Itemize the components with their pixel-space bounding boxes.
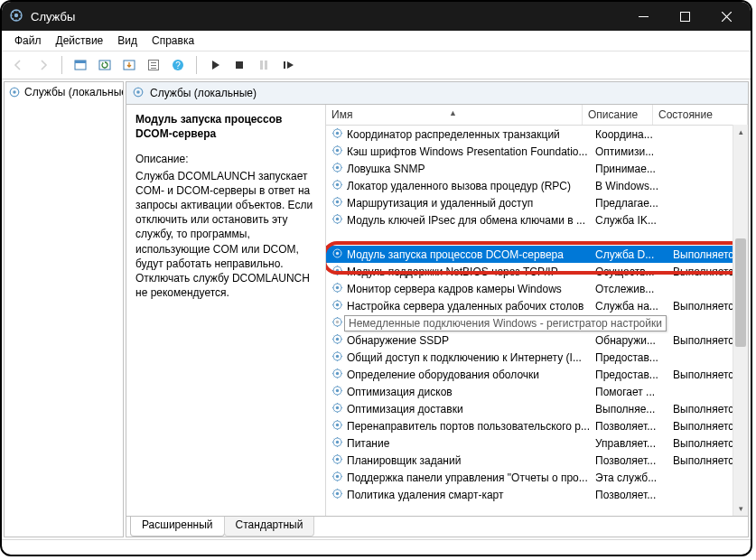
service-list-icon: [331, 282, 343, 296]
service-list-icon: [331, 333, 343, 348]
service-row[interactable]: Координатор распределенных транзакцийКоо…: [326, 126, 748, 143]
detail-service-name: Модуль запуска процессов DCOM-сервера: [135, 112, 316, 141]
forward-button[interactable]: [32, 53, 55, 77]
service-row[interactable]: Оптимизация доставкиВыполняе...Выполняет…: [326, 400, 748, 417]
service-row[interactable]: Настройка сервера удаленных рабочих стол…: [326, 297, 748, 314]
sidebar-item-services-local[interactable]: Службы (локальные): [6, 84, 121, 100]
service-desc: Осуществ...: [592, 266, 669, 278]
properties-button[interactable]: [142, 53, 165, 77]
scrollbar-thumb[interactable]: [735, 238, 746, 347]
minimize-button[interactable]: [622, 2, 664, 31]
service-row[interactable]: Маршрутизация и удаленный доступПредлага…: [326, 194, 748, 211]
service-row[interactable]: Планировщик заданийПозволяет...Выполняет…: [326, 452, 748, 469]
service-desc: Служба IK...: [592, 214, 669, 227]
main-panel-title: Службы (локальные): [150, 87, 257, 99]
service-desc: Отслежив...: [592, 283, 669, 295]
service-name: Локатор удаленного вызова процедур (RPC): [347, 180, 571, 192]
service-desc: Обнаружи...: [592, 334, 669, 347]
service-list-icon: [331, 436, 343, 451]
selected-service-row[interactable]: Модуль запуска процессов DCOM-сервера Сл…: [326, 246, 742, 263]
service-name: Модуль ключей IPsec для обмена ключами в…: [347, 214, 585, 227]
service-name: Координатор распределенных транзакций: [347, 128, 560, 141]
pause-service-button[interactable]: [252, 53, 275, 77]
svg-point-35: [336, 268, 339, 271]
svg-point-25: [336, 148, 339, 151]
services-header-icon: [132, 86, 145, 101]
menu-file[interactable]: Файл: [7, 33, 49, 49]
service-row[interactable]: Общий доступ к подключению к Интернету (…: [326, 349, 748, 366]
help-button[interactable]: ?: [166, 53, 190, 77]
service-desc: Оптимизи...: [592, 145, 669, 158]
tab-extended[interactable]: Расширенный: [130, 517, 225, 537]
status-bar: [2, 539, 751, 555]
service-row[interactable]: Локатор удаленного вызова процедур (RPC)…: [326, 177, 748, 194]
column-header-description[interactable]: Описание: [583, 105, 653, 125]
service-name: Модуль поддержки NetBIOS через TCP/IP: [347, 266, 558, 278]
svg-point-63: [336, 251, 339, 254]
view-tabs: Расширенный Стандартный: [126, 516, 748, 537]
sidebar-tree: Службы (локальные): [4, 81, 124, 537]
service-name: Питание: [347, 437, 389, 450]
refresh-button[interactable]: [93, 53, 117, 77]
start-service-button[interactable]: [203, 53, 227, 77]
menu-view[interactable]: Вид: [110, 33, 145, 49]
svg-point-45: [336, 354, 339, 357]
tab-standard[interactable]: Стандартный: [224, 517, 315, 537]
service-list-icon: [331, 385, 343, 399]
svg-point-41: [336, 320, 339, 322]
svg-point-1: [14, 13, 18, 16]
service-row[interactable]: Оптимизация дисковПомогает ...: [326, 383, 748, 400]
export-button[interactable]: [117, 53, 141, 77]
svg-rect-3: [680, 12, 689, 21]
menu-help[interactable]: Справка: [145, 33, 201, 49]
service-row[interactable]: Поддержка панели управления "Отчеты о пр…: [326, 469, 748, 486]
scrollbar-track[interactable]: [733, 139, 748, 501]
close-button[interactable]: [705, 2, 747, 31]
scroll-down-button[interactable]: ▾: [733, 501, 748, 516]
stop-service-button[interactable]: [228, 53, 251, 77]
service-list-icon: [331, 247, 343, 262]
service-desc: Предостав...: [592, 369, 669, 381]
svg-point-39: [336, 303, 339, 305]
svg-point-55: [336, 440, 339, 443]
menu-action[interactable]: Действие: [49, 33, 111, 49]
service-name: Оптимизация доставки: [347, 403, 463, 415]
service-row[interactable]: Модуль поддержки NetBIOS через TCP/IPОсу…: [326, 263, 748, 280]
selected-service-desc: Служба D...: [592, 248, 669, 261]
service-list-icon: [331, 196, 343, 210]
service-list-icon: [331, 368, 343, 382]
scroll-up-button[interactable]: ▴: [733, 125, 748, 139]
svg-point-29: [336, 182, 339, 185]
service-row[interactable]: Обнаружение SSDPОбнаружи...Выполняетс: [326, 331, 748, 349]
service-desc: Помогает ...: [592, 386, 669, 398]
column-header-state[interactable]: Состояние: [653, 105, 748, 125]
service-row[interactable]: Ловушка SNMPПринимае...: [326, 160, 748, 177]
vertical-scrollbar[interactable]: ▴ ▾: [733, 125, 748, 516]
service-list-icon: [331, 299, 343, 313]
services-app-icon: [9, 8, 23, 25]
service-name: Настройка сервера удаленных рабочих стол…: [347, 300, 583, 313]
back-button[interactable]: [7, 53, 31, 77]
svg-rect-16: [265, 61, 267, 70]
selected-service-state: Выполняетс: [669, 248, 742, 261]
service-row[interactable]: ПитаниеУправляет...Выполняетс: [326, 434, 748, 452]
service-row[interactable]: Модуль ключей IPsec для обмена ключами в…: [326, 211, 748, 229]
detail-description-text: Служба DCOMLAUNCH запускает COM- и DCOM-…: [135, 169, 316, 301]
service-name: Маршрутизация и удаленный доступ: [347, 197, 533, 210]
service-desc: Выполняе...: [592, 403, 669, 415]
service-desc: Позволяет...: [592, 489, 669, 501]
maximize-button[interactable]: [664, 2, 705, 31]
service-row[interactable]: Монитор сервера кадров камеры WindowsОтс…: [326, 280, 748, 297]
restart-service-button[interactable]: [276, 53, 300, 77]
service-row[interactable]: Перенаправитель портов пользовательского…: [326, 417, 748, 434]
service-name: Определение оборудования оболочки: [347, 369, 539, 381]
service-row[interactable]: Политика удаления смарт-картПозволяет...: [326, 486, 748, 503]
service-desc: Управляет...: [592, 437, 669, 450]
service-row[interactable]: Кэш шрифтов Windows Presentation Foundat…: [326, 143, 748, 160]
service-row[interactable]: Определение оборудования оболочкиПредост…: [326, 366, 748, 383]
svg-point-27: [336, 165, 339, 168]
item-button[interactable]: [69, 53, 92, 77]
sort-ascending-icon: ▲: [449, 108, 457, 117]
svg-point-23: [336, 131, 339, 134]
service-name: Оптимизация дисков: [347, 386, 453, 398]
